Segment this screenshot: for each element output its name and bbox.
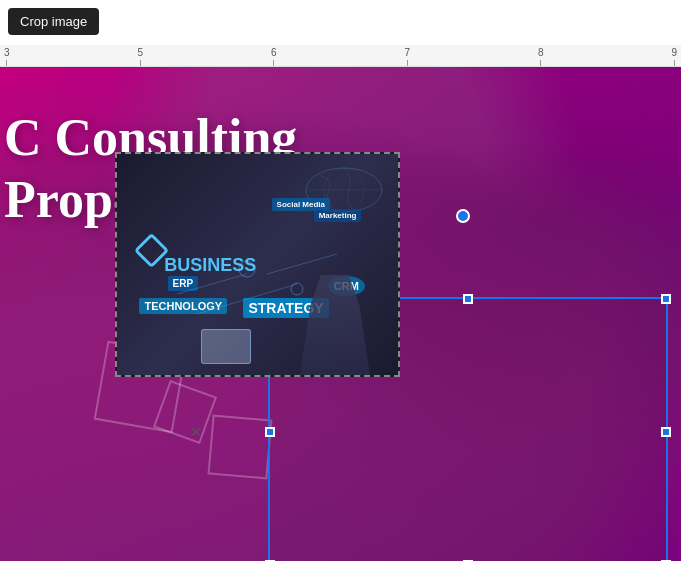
circle-handle-top[interactable] <box>456 209 470 223</box>
handle-top-right[interactable] <box>661 294 671 304</box>
handle-middle-left[interactable] <box>265 427 275 437</box>
ruler-mark-9: 9 <box>671 47 677 66</box>
erp-label: ERP <box>168 276 199 291</box>
ruler-mark-6: 6 <box>271 47 277 66</box>
handle-top-center[interactable] <box>463 294 473 304</box>
decorative-square-3 <box>207 414 272 479</box>
business-label: BUSINESS <box>159 253 261 278</box>
ruler-mark-8: 8 <box>538 47 544 66</box>
move-crosshair[interactable]: ✕ <box>190 424 202 440</box>
ruler-marks: 3 5 6 7 8 9 <box>0 47 681 66</box>
ruler-mark-3: 3 <box>4 47 10 66</box>
technology-label: TECHNOLOGY <box>139 298 227 314</box>
business-image-content: BUSINESS ERP TECHNOLOGY STRATEGY CRM Soc… <box>117 154 398 375</box>
marketing-label: Marketing <box>314 209 362 222</box>
tablet-shape <box>201 329 251 364</box>
ruler-mark-7: 7 <box>404 47 410 66</box>
ruler-mark-5: 5 <box>137 47 143 66</box>
canvas-area: C Consulting Proposal ✕ <box>0 67 681 561</box>
tooltip-label: Crop image <box>20 14 87 29</box>
handle-middle-right[interactable] <box>661 427 671 437</box>
svg-line-5 <box>267 254 337 274</box>
svg-point-7 <box>291 283 303 295</box>
business-image: BUSINESS ERP TECHNOLOGY STRATEGY CRM Soc… <box>115 152 400 377</box>
ruler: 3 5 6 7 8 9 <box>0 45 681 67</box>
crop-image-tooltip: Crop image <box>8 8 99 35</box>
